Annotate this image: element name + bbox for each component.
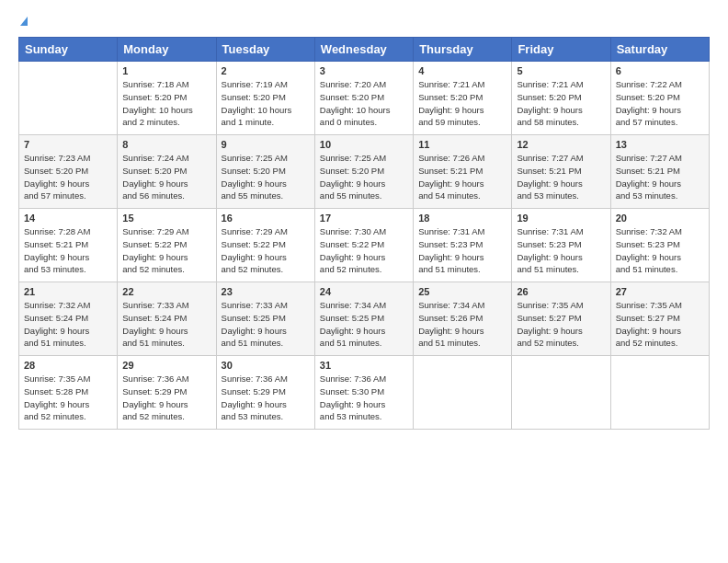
day-info-line: Sunrise: 7:19 AM [222,79,288,89]
calendar-week-row: 28Sunrise: 7:35 AMSunset: 5:28 PMDayligh… [19,356,710,430]
day-info-line: and 52 minutes. [122,411,185,421]
day-info-line: Sunset: 5:26 PM [418,313,483,323]
calendar-header-tuesday: Tuesday [216,38,314,62]
day-info-line: and 53 minutes. [320,411,382,421]
day-info-line: Daylight: 9 hours [418,252,483,262]
day-info: Sunrise: 7:24 AMSunset: 5:20 PMDaylight:… [122,152,210,202]
day-info-line: Daylight: 9 hours [24,252,89,262]
day-info-line: Sunrise: 7:23 AM [24,153,90,163]
day-info: Sunrise: 7:21 AMSunset: 5:20 PMDaylight:… [517,78,605,129]
logo [18,17,28,28]
day-number: 25 [418,286,506,297]
day-info: Sunrise: 7:25 AMSunset: 5:20 PMDaylight:… [222,152,310,202]
day-info-line: Sunrise: 7:36 AM [122,373,188,384]
day-info: Sunrise: 7:32 AMSunset: 5:24 PMDaylight:… [24,299,112,350]
day-number: 23 [222,286,310,297]
day-info: Sunrise: 7:27 AMSunset: 5:21 PMDaylight:… [616,152,704,202]
day-number: 1 [122,65,210,76]
day-number: 15 [122,213,210,224]
day-info-line: and 51 minutes. [616,264,678,274]
calendar-header-monday: Monday [118,38,216,62]
header [18,17,710,28]
day-info-line: and 0 minutes. [320,117,377,127]
calendar-cell: 20Sunrise: 7:32 AMSunset: 5:23 PMDayligh… [610,209,709,282]
day-info-line: Sunset: 5:27 PM [616,313,680,323]
calendar-cell: 8Sunrise: 7:24 AMSunset: 5:20 PMDaylight… [118,135,216,209]
calendar-cell: 1Sunrise: 7:18 AMSunset: 5:20 PMDaylight… [118,62,216,135]
calendar-week-row: 21Sunrise: 7:32 AMSunset: 5:24 PMDayligh… [19,282,710,356]
day-number: 2 [222,65,310,76]
day-info-line: Daylight: 9 hours [24,178,89,189]
day-info-line: Daylight: 9 hours [616,178,681,189]
day-info-line: Sunset: 5:20 PM [122,92,187,102]
day-info-line: Sunrise: 7:20 AM [320,79,386,89]
day-info-line: and 51 minutes. [122,338,185,348]
day-info: Sunrise: 7:35 AMSunset: 5:27 PMDaylight:… [616,299,704,350]
day-info: Sunrise: 7:34 AMSunset: 5:25 PMDaylight:… [320,299,408,350]
day-info-line: Sunrise: 7:26 AM [418,153,484,163]
day-info-line: Daylight: 9 hours [122,326,188,336]
day-number: 20 [616,213,704,224]
day-info-line: Daylight: 9 hours [418,105,483,115]
day-info-line: Daylight: 9 hours [122,252,188,262]
day-number: 31 [320,360,408,371]
day-info-line: Sunset: 5:22 PM [222,239,286,249]
day-info-line: Sunrise: 7:25 AM [222,153,288,163]
day-info-line: Sunrise: 7:35 AM [517,300,583,310]
day-info-line: and 52 minutes. [24,411,86,421]
calendar-header-wednesday: Wednesday [314,38,413,62]
calendar-cell [512,356,610,430]
logo-triangle-icon [20,17,28,26]
day-info: Sunrise: 7:34 AMSunset: 5:26 PMDaylight:… [418,299,506,350]
day-info-line: and 52 minutes. [222,264,284,274]
day-info-line: Daylight: 9 hours [222,252,287,262]
day-info-line: Sunset: 5:20 PM [122,166,187,176]
day-info-line: Sunset: 5:20 PM [320,166,384,176]
day-info-line: Sunset: 5:20 PM [222,166,286,176]
day-info-line: Sunset: 5:25 PM [222,313,286,323]
calendar-cell: 12Sunrise: 7:27 AMSunset: 5:21 PMDayligh… [512,135,610,209]
day-info-line: Sunrise: 7:24 AM [122,153,188,163]
calendar-cell [414,356,512,430]
day-info-line: Sunset: 5:23 PM [616,239,680,249]
day-number: 4 [418,65,506,76]
day-info-line: Sunrise: 7:32 AM [24,300,90,310]
day-info-line: and 57 minutes. [24,190,86,201]
day-info-line: and 52 minutes. [122,264,185,274]
calendar-cell: 31Sunrise: 7:36 AMSunset: 5:30 PMDayligh… [314,356,413,430]
day-info-line: Sunset: 5:21 PM [517,166,581,176]
day-info-line: and 51 minutes. [222,338,284,348]
day-info-line: and 58 minutes. [517,117,579,127]
day-info: Sunrise: 7:36 AMSunset: 5:30 PMDaylight:… [320,373,408,423]
day-info-line: Sunrise: 7:30 AM [320,226,386,236]
day-number: 27 [616,286,704,297]
day-info-line: Sunset: 5:20 PM [24,166,88,176]
day-info-line: Daylight: 9 hours [517,252,582,262]
day-info-line: Sunrise: 7:29 AM [122,226,188,236]
day-info-line: Sunrise: 7:29 AM [222,226,288,236]
day-info-line: and 54 minutes. [418,190,481,201]
calendar-cell: 5Sunrise: 7:21 AMSunset: 5:20 PMDaylight… [512,62,610,135]
calendar-cell: 25Sunrise: 7:34 AMSunset: 5:26 PMDayligh… [414,282,512,356]
day-info-line: Daylight: 9 hours [517,326,582,336]
calendar-cell: 27Sunrise: 7:35 AMSunset: 5:27 PMDayligh… [610,282,709,356]
day-info-line: Daylight: 9 hours [122,399,188,409]
day-info: Sunrise: 7:28 AMSunset: 5:21 PMDaylight:… [24,225,112,276]
day-info-line: Daylight: 9 hours [222,178,287,189]
calendar-cell [19,62,118,135]
calendar-cell: 9Sunrise: 7:25 AMSunset: 5:20 PMDaylight… [216,135,314,209]
day-info-line: and 51 minutes. [320,338,382,348]
day-info: Sunrise: 7:26 AMSunset: 5:21 PMDaylight:… [418,152,506,202]
day-info: Sunrise: 7:35 AMSunset: 5:27 PMDaylight:… [517,299,605,350]
day-number: 8 [122,139,210,150]
day-info-line: Daylight: 9 hours [616,252,681,262]
day-info: Sunrise: 7:27 AMSunset: 5:21 PMDaylight:… [517,152,605,202]
day-info-line: Sunrise: 7:32 AM [616,226,682,236]
day-number: 5 [517,65,605,76]
day-info-line: Daylight: 9 hours [418,178,483,189]
day-info: Sunrise: 7:23 AMSunset: 5:20 PMDaylight:… [24,152,112,202]
calendar-cell: 18Sunrise: 7:31 AMSunset: 5:23 PMDayligh… [414,209,512,282]
day-number: 16 [222,213,310,224]
day-info-line: Sunset: 5:27 PM [517,313,581,323]
day-info-line: Daylight: 9 hours [320,399,385,409]
